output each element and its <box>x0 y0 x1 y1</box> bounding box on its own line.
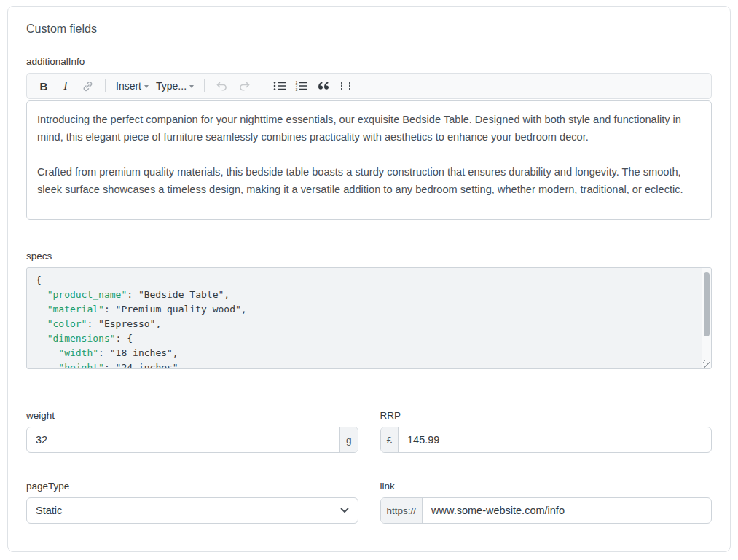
section-title: Custom fields <box>26 23 712 36</box>
redo-button[interactable] <box>235 76 254 95</box>
rrp-input[interactable] <box>399 427 711 452</box>
chevron-down-icon <box>189 85 194 88</box>
weight-input[interactable] <box>27 427 339 452</box>
chevron-down-icon <box>340 508 349 513</box>
bullet-list-icon <box>273 81 286 91</box>
custom-fields-card: Custom fields additionalInfo B I <box>7 6 731 552</box>
link-input[interactable] <box>423 498 711 523</box>
weight-label: weight <box>26 410 358 421</box>
chevron-down-icon <box>144 85 149 88</box>
bullet-list-button[interactable] <box>270 76 289 95</box>
insert-dropdown-label: Insert <box>116 80 141 92</box>
specs-label: specs <box>26 251 712 261</box>
page-type-label: pageType <box>26 481 358 492</box>
blockquote-icon <box>318 82 329 90</box>
link-button[interactable] <box>78 76 97 95</box>
type-dropdown[interactable]: Type... <box>154 76 196 95</box>
resize-handle-icon[interactable] <box>702 360 710 368</box>
rrp-label: RRP <box>380 410 713 421</box>
svg-text:3: 3 <box>296 87 298 91</box>
link-field: link https:// <box>380 481 713 524</box>
scrollbar-thumb[interactable] <box>704 272 710 336</box>
bold-button[interactable]: B <box>34 76 53 95</box>
link-input-group: https:// <box>380 497 713 524</box>
toolbar-divider <box>204 79 205 92</box>
rte-toolbar: B I Insert Type. <box>26 73 712 99</box>
link-label: link <box>380 481 713 492</box>
page-type-select[interactable]: Static <box>26 497 358 524</box>
additional-info-field: additionalInfo B I Insert <box>26 56 712 220</box>
rrp-field: RRP £ <box>380 410 713 453</box>
frame-button[interactable] <box>336 76 355 95</box>
page-type-selected-value: Static <box>36 505 62 516</box>
currency-addon: £ <box>381 427 399 452</box>
numbered-list-button[interactable]: 123 <box>292 76 311 95</box>
code-line: { <box>36 273 694 288</box>
code-line: "dimensions": { <box>36 331 694 346</box>
pagetype-link-row: pageType Static link https:// <box>26 481 712 524</box>
weight-input-group: g <box>26 427 358 453</box>
redo-icon <box>238 81 251 92</box>
editor-paragraph: Introducing the perfect companion for yo… <box>37 111 701 146</box>
undo-icon <box>216 81 229 92</box>
insert-dropdown[interactable]: Insert <box>114 76 151 95</box>
vertical-scrollbar[interactable] <box>702 268 711 368</box>
toolbar-divider <box>262 79 262 92</box>
code-line: "width": "18 inches", <box>36 346 694 360</box>
type-dropdown-label: Type... <box>156 80 187 92</box>
rrp-input-group: £ <box>380 427 713 453</box>
undo-button[interactable] <box>213 76 232 95</box>
page-type-field: pageType Static <box>26 481 358 524</box>
specs-code-editor[interactable]: { "product_name": "Bedside Table", "mate… <box>26 267 712 369</box>
italic-button[interactable]: I <box>56 76 75 95</box>
protocol-addon: https:// <box>381 498 423 523</box>
code-line: "color": "Espresso", <box>36 317 694 331</box>
rich-text-content[interactable]: Introducing the perfect companion for yo… <box>26 100 712 220</box>
weight-rrp-row: weight g RRP £ <box>26 410 712 453</box>
specs-field: specs { "product_name": "Bedside Table",… <box>26 251 712 369</box>
frame-icon <box>341 82 350 90</box>
code-lines: { "product_name": "Bedside Table", "mate… <box>36 273 694 369</box>
link-icon <box>82 80 94 92</box>
editor-paragraph: Crafted from premium quality materials, … <box>37 163 701 198</box>
additional-info-label: additionalInfo <box>26 56 712 67</box>
weight-field: weight g <box>26 410 358 453</box>
toolbar-divider <box>105 79 106 92</box>
code-line: "product_name": "Bedside Table", <box>36 288 694 302</box>
weight-unit-addon: g <box>339 427 358 452</box>
code-line: "material": "Premium quality wood", <box>36 302 694 317</box>
code-line: "height": "24 inches", <box>36 360 694 369</box>
blockquote-button[interactable] <box>314 76 333 95</box>
numbered-list-icon: 123 <box>295 81 308 91</box>
